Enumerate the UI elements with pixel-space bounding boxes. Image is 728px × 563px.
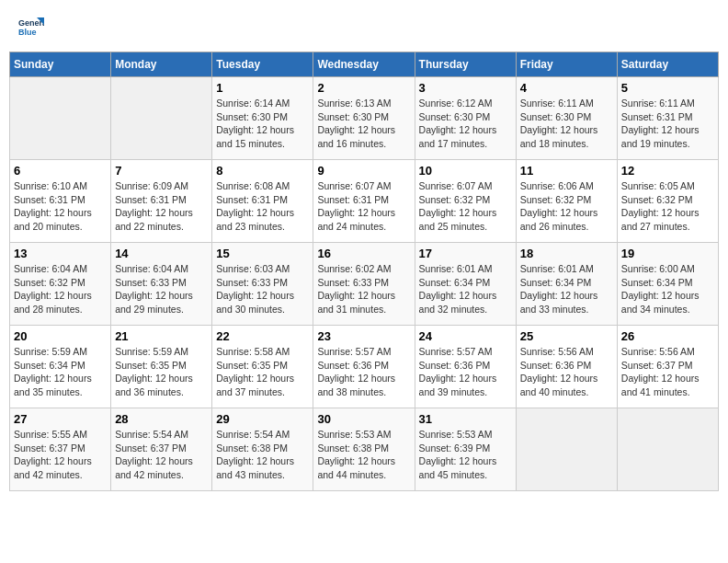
day-number: 27 (14, 412, 107, 426)
logo: General Blue (17, 13, 48, 40)
day-info: Sunrise: 5:54 AMSunset: 6:38 PMDaylight:… (216, 428, 309, 482)
calendar-cell: 26Sunrise: 5:56 AMSunset: 6:37 PMDayligh… (617, 326, 718, 408)
day-number: 5 (621, 81, 714, 95)
calendar-cell: 7Sunrise: 6:09 AMSunset: 6:31 PMDaylight… (111, 160, 212, 243)
calendar-cell: 24Sunrise: 5:57 AMSunset: 6:36 PMDayligh… (415, 326, 516, 408)
calendar-cell: 1Sunrise: 6:14 AMSunset: 6:30 PMDaylight… (212, 77, 313, 160)
calendar-week-4: 20Sunrise: 5:59 AMSunset: 6:34 PMDayligh… (10, 326, 719, 408)
day-number: 13 (14, 247, 107, 260)
day-info: Sunrise: 5:57 AMSunset: 6:36 PMDaylight:… (317, 345, 410, 399)
calendar-cell: 4Sunrise: 6:11 AMSunset: 6:30 PMDaylight… (516, 77, 617, 160)
day-number: 10 (419, 164, 512, 178)
day-info: Sunrise: 6:12 AMSunset: 6:30 PMDaylight:… (419, 97, 512, 151)
day-info: Sunrise: 6:05 AMSunset: 6:32 PMDaylight:… (621, 179, 714, 234)
day-number: 19 (621, 247, 714, 260)
day-number: 16 (317, 247, 410, 260)
calendar-cell: 19Sunrise: 6:00 AMSunset: 6:34 PMDayligh… (617, 243, 718, 326)
calendar-cell (516, 408, 617, 491)
calendar-cell: 11Sunrise: 6:06 AMSunset: 6:32 PMDayligh… (516, 160, 617, 243)
day-info: Sunrise: 6:07 AMSunset: 6:31 PMDaylight:… (317, 179, 410, 234)
day-number: 15 (216, 247, 309, 260)
day-number: 6 (14, 164, 107, 178)
day-info: Sunrise: 6:04 AMSunset: 6:32 PMDaylight:… (14, 262, 107, 316)
day-number: 30 (317, 412, 410, 426)
day-number: 7 (115, 164, 208, 178)
day-info: Sunrise: 6:10 AMSunset: 6:31 PMDaylight:… (14, 179, 107, 234)
weekday-header-wednesday: Wednesday (313, 52, 415, 77)
day-info: Sunrise: 5:56 AMSunset: 6:37 PMDaylight:… (621, 345, 714, 399)
calendar-header: SundayMondayTuesdayWednesdayThursdayFrid… (10, 52, 719, 77)
day-number: 29 (216, 412, 309, 426)
day-number: 20 (14, 329, 107, 343)
day-number: 25 (520, 329, 613, 343)
day-info: Sunrise: 6:09 AMSunset: 6:31 PMDaylight:… (115, 179, 208, 234)
calendar-cell: 25Sunrise: 5:56 AMSunset: 6:36 PMDayligh… (516, 326, 617, 408)
weekday-header-friday: Friday (516, 52, 617, 77)
calendar-cell: 21Sunrise: 5:59 AMSunset: 6:35 PMDayligh… (111, 326, 212, 408)
day-info: Sunrise: 5:53 AMSunset: 6:39 PMDaylight:… (419, 428, 512, 482)
day-number: 8 (216, 164, 309, 178)
day-number: 21 (115, 329, 208, 343)
svg-text:Blue: Blue (18, 28, 37, 37)
day-number: 9 (317, 164, 410, 178)
weekday-header-tuesday: Tuesday (212, 52, 313, 77)
day-number: 18 (520, 247, 613, 260)
day-info: Sunrise: 6:06 AMSunset: 6:32 PMDaylight:… (520, 179, 613, 234)
day-info: Sunrise: 5:57 AMSunset: 6:36 PMDaylight:… (419, 345, 512, 399)
day-info: Sunrise: 5:59 AMSunset: 6:34 PMDaylight:… (14, 345, 107, 399)
calendar-cell (111, 77, 212, 160)
day-info: Sunrise: 6:01 AMSunset: 6:34 PMDaylight:… (520, 262, 613, 316)
calendar-cell: 16Sunrise: 6:02 AMSunset: 6:33 PMDayligh… (313, 243, 415, 326)
day-number: 12 (621, 164, 714, 178)
day-info: Sunrise: 6:02 AMSunset: 6:33 PMDaylight:… (317, 262, 410, 316)
calendar-week-3: 13Sunrise: 6:04 AMSunset: 6:32 PMDayligh… (10, 243, 719, 326)
calendar-cell: 3Sunrise: 6:12 AMSunset: 6:30 PMDaylight… (415, 77, 516, 160)
calendar-week-1: 1Sunrise: 6:14 AMSunset: 6:30 PMDaylight… (10, 77, 719, 160)
day-info: Sunrise: 5:59 AMSunset: 6:35 PMDaylight:… (115, 345, 208, 399)
day-info: Sunrise: 6:03 AMSunset: 6:33 PMDaylight:… (216, 262, 309, 316)
day-info: Sunrise: 6:00 AMSunset: 6:34 PMDaylight:… (621, 262, 714, 316)
calendar-cell (617, 408, 718, 491)
weekday-header-saturday: Saturday (617, 52, 718, 77)
day-number: 24 (419, 329, 512, 343)
day-info: Sunrise: 5:56 AMSunset: 6:36 PMDaylight:… (520, 345, 613, 399)
weekday-header-monday: Monday (111, 52, 212, 77)
weekday-header-sunday: Sunday (10, 52, 111, 77)
day-info: Sunrise: 6:14 AMSunset: 6:30 PMDaylight:… (216, 97, 309, 151)
day-number: 17 (419, 247, 512, 260)
calendar-cell: 31Sunrise: 5:53 AMSunset: 6:39 PMDayligh… (415, 408, 516, 491)
day-number: 11 (520, 164, 613, 178)
day-info: Sunrise: 5:54 AMSunset: 6:37 PMDaylight:… (115, 428, 208, 482)
calendar-cell: 29Sunrise: 5:54 AMSunset: 6:38 PMDayligh… (212, 408, 313, 491)
day-number: 2 (317, 81, 410, 95)
calendar-cell: 13Sunrise: 6:04 AMSunset: 6:32 PMDayligh… (10, 243, 111, 326)
calendar-cell: 18Sunrise: 6:01 AMSunset: 6:34 PMDayligh… (516, 243, 617, 326)
day-info: Sunrise: 6:11 AMSunset: 6:31 PMDaylight:… (621, 97, 714, 151)
calendar-cell: 28Sunrise: 5:54 AMSunset: 6:37 PMDayligh… (111, 408, 212, 491)
day-number: 31 (419, 412, 512, 426)
calendar-cell: 20Sunrise: 5:59 AMSunset: 6:34 PMDayligh… (10, 326, 111, 408)
calendar-cell: 17Sunrise: 6:01 AMSunset: 6:34 PMDayligh… (415, 243, 516, 326)
logo-icon: General Blue (17, 13, 44, 40)
calendar-cell: 2Sunrise: 6:13 AMSunset: 6:30 PMDaylight… (313, 77, 415, 160)
day-info: Sunrise: 6:01 AMSunset: 6:34 PMDaylight:… (419, 262, 512, 316)
day-number: 4 (520, 81, 613, 95)
day-info: Sunrise: 5:53 AMSunset: 6:38 PMDaylight:… (317, 428, 410, 482)
day-number: 1 (216, 81, 309, 95)
calendar-week-5: 27Sunrise: 5:55 AMSunset: 6:37 PMDayligh… (10, 408, 719, 491)
calendar-cell: 23Sunrise: 5:57 AMSunset: 6:36 PMDayligh… (313, 326, 415, 408)
calendar-cell: 12Sunrise: 6:05 AMSunset: 6:32 PMDayligh… (617, 160, 718, 243)
calendar-cell: 8Sunrise: 6:08 AMSunset: 6:31 PMDaylight… (212, 160, 313, 243)
day-number: 28 (115, 412, 208, 426)
day-info: Sunrise: 6:11 AMSunset: 6:30 PMDaylight:… (520, 97, 613, 151)
calendar-cell: 5Sunrise: 6:11 AMSunset: 6:31 PMDaylight… (617, 77, 718, 160)
calendar-cell: 30Sunrise: 5:53 AMSunset: 6:38 PMDayligh… (313, 408, 415, 491)
day-number: 26 (621, 329, 714, 343)
calendar-cell: 10Sunrise: 6:07 AMSunset: 6:32 PMDayligh… (415, 160, 516, 243)
calendar-cell: 9Sunrise: 6:07 AMSunset: 6:31 PMDaylight… (313, 160, 415, 243)
day-number: 14 (115, 247, 208, 260)
calendar-cell: 14Sunrise: 6:04 AMSunset: 6:33 PMDayligh… (111, 243, 212, 326)
day-info: Sunrise: 5:58 AMSunset: 6:35 PMDaylight:… (216, 345, 309, 399)
page-header: General Blue (9, 9, 719, 44)
weekday-header-row: SundayMondayTuesdayWednesdayThursdayFrid… (10, 52, 719, 77)
